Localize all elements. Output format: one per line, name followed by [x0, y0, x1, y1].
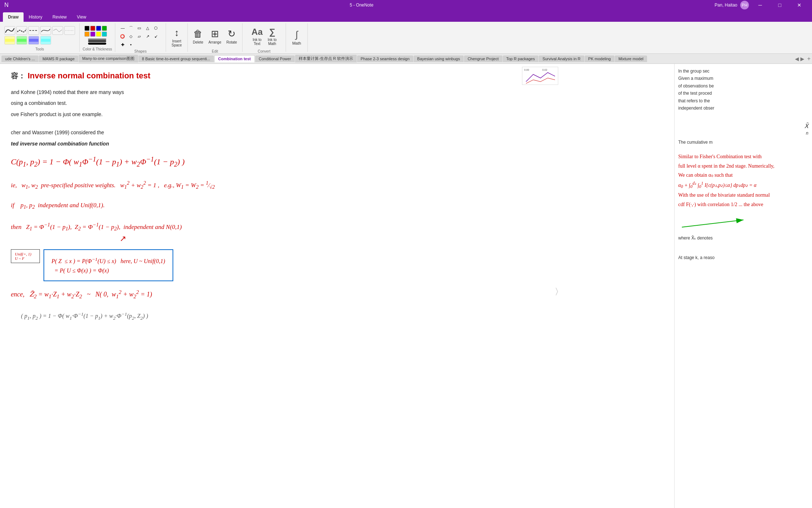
- rotate-button[interactable]: ↻ Rotate: [224, 24, 239, 49]
- notebook-tab-3[interactable]: 8 Basic time-to-event group sequenti...: [138, 56, 214, 62]
- thickness-medium[interactable]: [88, 40, 106, 42]
- shape-arc[interactable]: ⌒: [127, 24, 135, 32]
- small-box-label1: Unif(=, 1): [15, 252, 36, 256]
- notebook-tab-1[interactable]: MAMS R package: [39, 56, 78, 62]
- notebook-tab-12[interactable]: PK modeling: [585, 56, 614, 62]
- color-palette: [84, 26, 110, 37]
- notebook-tab-9[interactable]: Chengrue Project: [464, 56, 502, 62]
- delete-button[interactable]: 🗑 Delete: [191, 24, 206, 49]
- shape-line[interactable]: —: [119, 24, 127, 32]
- color-orange[interactable]: [84, 32, 90, 37]
- notebook-tab-11[interactable]: Survival Analysis in R: [539, 56, 584, 62]
- arrange-label: Arrange: [208, 40, 221, 44]
- right-math-5: With the use of the bivariate standard n…: [678, 190, 808, 200]
- color-green[interactable]: [102, 26, 107, 31]
- ink-to-math-button[interactable]: ∑ Ink toMath: [266, 24, 279, 49]
- tab-history[interactable]: History: [24, 12, 47, 22]
- color-cyan[interactable]: [102, 32, 107, 37]
- pen-swatch-green[interactable]: [16, 36, 27, 45]
- shape-arrow-dl[interactable]: ↙: [152, 32, 160, 40]
- math-block-1: C(p1, p2) = 1 − Φ( w1Φ−1(1 − p1) + w2Φ−1…: [11, 152, 663, 172]
- color-purple[interactable]: [90, 32, 95, 37]
- tab-scroll-right[interactable]: ▶: [800, 56, 804, 62]
- right-expand-arrow[interactable]: 〉: [555, 286, 563, 298]
- right-math-1: Similar to Fisher's Combination test wit…: [678, 152, 808, 161]
- color-blue[interactable]: [96, 26, 101, 31]
- pen-swatch-6[interactable]: [64, 26, 75, 35]
- shape-more[interactable]: ▾: [127, 41, 135, 49]
- edit-content: 🗑 Delete ⊞ Arrange ↻ Rotate: [191, 24, 239, 49]
- maximize-button[interactable]: □: [771, 0, 788, 10]
- notebook-tab-6[interactable]: 样本量计算-生存点 R 软件演示: [295, 55, 357, 62]
- math-line-independence: if p1, p2 independent and Unif(0,1).: [11, 202, 663, 210]
- thickness-thick[interactable]: [88, 42, 106, 45]
- minimize-button[interactable]: ─: [752, 0, 768, 10]
- pen-swatch-4[interactable]: [40, 26, 51, 35]
- notebook-tab-7[interactable]: Phase 2-3 seamless design: [357, 56, 413, 62]
- insert-space-content: ↕ InsertSpace: [169, 24, 184, 50]
- body-text-4: cher and Wassmer (1999) considered the: [11, 128, 663, 136]
- right-panel-x-formula: X̄n: [678, 123, 808, 136]
- arrange-button[interactable]: ⊞ Arrange: [206, 24, 224, 49]
- pen-swatch-1[interactable]: [4, 26, 15, 35]
- insert-space-button[interactable]: ↕ InsertSpace: [169, 25, 184, 50]
- right-panel-bottom-notes: where X̄ₖ denotes At stage k, a reaso: [678, 235, 808, 260]
- notebook-tab-0[interactable]: ude Children's ...: [1, 56, 38, 62]
- pen-swatches: [4, 24, 75, 46]
- tab-view[interactable]: View: [72, 12, 91, 22]
- app-icon: N: [4, 2, 9, 8]
- notebook-tab-8[interactable]: Bayesian using winbugs: [414, 56, 464, 62]
- page-title: 容： Inverse normal combination test: [11, 71, 663, 81]
- insert-space-icon: ↕: [174, 27, 179, 38]
- pen-swatch-cyan[interactable]: [40, 36, 51, 45]
- notebook-tab-5[interactable]: Conditional Power: [255, 56, 295, 62]
- delete-icon: 🗑: [193, 28, 203, 40]
- thickness-thin[interactable]: [88, 39, 106, 40]
- tab-scroll-left[interactable]: ◀: [795, 56, 799, 62]
- notebook-tab-2[interactable]: Many-to-one comparison图图: [79, 55, 138, 62]
- shape-para[interactable]: ▱: [135, 32, 143, 40]
- tab-draw[interactable]: Draw: [3, 12, 24, 22]
- math-button[interactable]: ∫ Math: [290, 25, 303, 50]
- body-text-2: osing a combination test.: [11, 99, 663, 107]
- shape-rect[interactable]: ▭: [135, 24, 143, 32]
- notebook-tab-13[interactable]: Mixture model: [615, 56, 647, 62]
- pen-swatch-3[interactable]: [28, 26, 39, 35]
- right-cumulative-note: The cumulative m: [678, 140, 808, 145]
- right-math-3: We can obtain α₀ such that: [678, 171, 808, 180]
- close-button[interactable]: ✕: [791, 0, 808, 10]
- color-thickness-controls: [84, 26, 110, 45]
- right-math-2: full level α spent in the 2nd stage. Num…: [678, 161, 808, 171]
- pen-swatch-blue[interactable]: [28, 36, 39, 45]
- pen-swatch-5[interactable]: [52, 26, 63, 35]
- small-box-label2: U ~ F: [15, 256, 36, 261]
- shape-hex[interactable]: ⬡: [152, 24, 160, 32]
- color-red[interactable]: [90, 26, 95, 31]
- mini-chart: 0.00 0.02: [522, 67, 558, 85]
- color-yellow[interactable]: [96, 32, 101, 37]
- user-avatar: PH: [740, 1, 749, 9]
- color-black[interactable]: [84, 26, 90, 31]
- pen-swatch-yellow[interactable]: [4, 36, 15, 45]
- tab-add[interactable]: +: [807, 56, 811, 62]
- ink-to-text-button[interactable]: Aa Ink toText: [249, 24, 265, 49]
- notebook-tab-4[interactable]: Combination test: [214, 55, 255, 62]
- shape-circle[interactable]: ⭕: [119, 32, 127, 40]
- shape-arrow-ur[interactable]: ↗: [144, 32, 152, 40]
- color-thickness-content: [84, 24, 110, 46]
- math-line-zvalues: then Z1 = Φ−1(1 − p1), Z2 = Φ−1(1 − p2),…: [11, 222, 663, 232]
- page-title-prefix: 容：: [11, 72, 25, 80]
- right-math-4: α0 + ∫0d₁ ∫01 I{c(p₁,p₂)≤α} dp₁dp₂ = α: [678, 180, 808, 190]
- pen-swatch-2[interactable]: [16, 26, 27, 35]
- shape-cross[interactable]: ✚: [119, 41, 127, 49]
- rotate-icon: ↻: [228, 28, 236, 40]
- notebook-tab-10[interactable]: Top R packages: [503, 56, 539, 62]
- math-group: ∫ Math: [286, 23, 308, 52]
- shape-diamond[interactable]: ◇: [127, 32, 135, 40]
- tab-review[interactable]: Review: [47, 12, 72, 22]
- tools-group: Tools: [0, 23, 80, 52]
- shape-triangle[interactable]: △: [144, 24, 152, 32]
- svg-rect-4: [29, 39, 38, 42]
- right-note-1: In the group sec: [678, 67, 808, 75]
- tools-group-label: Tools: [36, 47, 44, 51]
